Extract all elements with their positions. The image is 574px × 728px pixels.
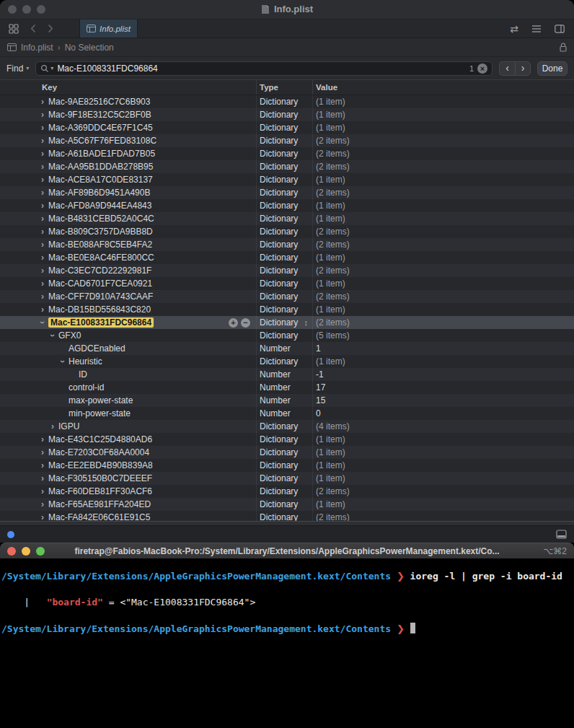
lock-icon	[560, 43, 567, 52]
terminal-content[interactable]: /System/Library/Extensions/AppleGraphics…	[0, 559, 574, 728]
navigate-forward-icon[interactable]	[48, 24, 53, 33]
plist-row[interactable]: › Mac-BE088AF8C5EB4FA2 Dictionary (2 ite…	[0, 238, 574, 251]
disclosure-triangle-icon[interactable]: ›	[37, 162, 48, 171]
find-mode-dropdown[interactable]: Find ▾	[6, 63, 29, 74]
swap-editors-icon[interactable]: ⇄	[510, 24, 518, 34]
related-items-grid-icon[interactable]	[9, 24, 19, 34]
disclosure-triangle-icon[interactable]: ›	[48, 330, 57, 341]
plist-row[interactable]: › Heuristic Dictionary (1 item)	[0, 355, 574, 368]
done-button[interactable]: Done	[537, 61, 568, 76]
tab-info-plist[interactable]: Info.plist	[79, 19, 138, 38]
breadcrumb-separator-icon: ›	[58, 43, 61, 53]
plist-row[interactable]: › AGDCEnabled Number 1	[0, 342, 574, 355]
disclosure-triangle-icon[interactable]: ›	[37, 175, 48, 184]
plist-row[interactable]: › Mac-F65AE981FFA204ED Dictionary (1 ite…	[0, 498, 574, 511]
close-button[interactable]	[8, 5, 17, 14]
search-field[interactable]: ▾ Mac-E1008331FDC96864 1 ×	[35, 61, 493, 76]
disclosure-triangle-icon[interactable]: ›	[37, 253, 48, 262]
plist-row[interactable]: › Mac-CFF7D910A743CAAF Dictionary (2 ite…	[0, 290, 574, 303]
add-editor-icon[interactable]	[555, 25, 565, 33]
plist-row[interactable]: › min-power-state Number 0	[0, 407, 574, 420]
plist-row[interactable]: › Mac-C3EC7CD22292981F Dictionary (2 ite…	[0, 264, 574, 277]
disclosure-triangle-icon[interactable]: ›	[37, 110, 48, 119]
disclosure-triangle-icon[interactable]: ›	[37, 266, 48, 275]
clear-search-button[interactable]: ×	[477, 63, 487, 74]
plist-row[interactable]: › Mac-A5C67F76FED83108C Dictionary (2 it…	[0, 134, 574, 147]
plist-row[interactable]: › Mac-BE0E8AC46FE800CC Dictionary (1 ite…	[0, 251, 574, 264]
breadcrumb-file[interactable]: Info.plist	[21, 43, 53, 53]
plist-row[interactable]: › Mac-B4831CEBD52A0C4C Dictionary (1 ite…	[0, 212, 574, 225]
next-match-button[interactable]: ›	[515, 61, 531, 76]
disclosure-triangle-icon[interactable]: ›	[37, 461, 48, 470]
value-label: (1 item)	[316, 460, 345, 470]
plist-row[interactable]: › Mac-F305150B0C7DEEEF Dictionary (1 ite…	[0, 472, 574, 485]
add-row-button[interactable]: +	[229, 318, 238, 328]
breadcrumb-selection[interactable]: No Selection	[65, 43, 114, 53]
disclosure-triangle-icon[interactable]: ›	[58, 356, 67, 367]
key-cell: › Mac-A5C67F76FED83108C	[0, 134, 257, 147]
minimize-button[interactable]	[22, 5, 31, 14]
search-input[interactable]: Mac-E1008331FDC96864	[57, 63, 466, 74]
type-cell: Dictionary	[257, 95, 313, 108]
plist-row[interactable]: › Mac-CAD6701F7CEA0921 Dictionary (1 ite…	[0, 277, 574, 290]
plist-row[interactable]: › Mac-DB15BD556843C820 Dictionary (1 ite…	[0, 303, 574, 316]
key-cell: › Mac-DB15BD556843C820	[0, 303, 257, 316]
search-options[interactable]: ▾	[40, 64, 53, 73]
tab-title: Info.plist	[100, 25, 131, 33]
disclosure-triangle-icon[interactable]: ›	[37, 240, 48, 249]
toggle-debug-area-icon[interactable]	[556, 530, 567, 539]
plist-row[interactable]: › Mac-A61BADE1FDAD7B05 Dictionary (2 ite…	[0, 147, 574, 160]
plist-row[interactable]: › Mac-E43C1C25D4880AD6 Dictionary (1 ite…	[0, 433, 574, 446]
type-stepper-icon[interactable]: ↕	[304, 318, 309, 327]
disclosure-triangle-icon[interactable]: ›	[37, 448, 48, 457]
plist-row[interactable]: › Mac-AA95B1DDAB278B95 Dictionary (2 ite…	[0, 160, 574, 173]
plist-row[interactable]: › ID Number -1	[0, 368, 574, 381]
disclosure-triangle-icon[interactable]: ›	[37, 292, 48, 301]
navigate-back-icon[interactable]	[30, 24, 36, 33]
plist-row[interactable]: › Mac-EE2EBD4B90B839A8 Dictionary (1 ite…	[0, 459, 574, 472]
disclosure-triangle-icon[interactable]: ›	[37, 214, 48, 223]
plist-row[interactable]: › Mac-FA842E06C61E91C5 Dictionary (2 ite…	[0, 511, 574, 521]
disclosure-triangle-icon[interactable]: ›	[37, 149, 48, 158]
value-label: (2 items)	[316, 291, 350, 302]
disclosure-triangle-icon[interactable]: ›	[37, 487, 48, 496]
zoom-button[interactable]	[37, 5, 45, 14]
plist-row[interactable]: › Mac-E7203C0F68AA0004 Dictionary (1 ite…	[0, 446, 574, 459]
disclosure-triangle-icon[interactable]: ›	[37, 227, 48, 236]
zoom-button[interactable]	[36, 547, 45, 556]
disclosure-triangle-icon[interactable]: ›	[37, 435, 48, 444]
close-button[interactable]	[7, 547, 16, 556]
disclosure-triangle-icon[interactable]: ›	[37, 500, 48, 509]
plist-row[interactable]: › Mac-F60DEB81FF30ACF6 Dictionary (2 ite…	[0, 485, 574, 498]
disclosure-triangle-icon[interactable]: ›	[37, 513, 48, 521]
plist-row[interactable]: › Mac-AFD8A9D944EA4843 Dictionary (1 ite…	[0, 199, 574, 212]
remove-row-button[interactable]: −	[241, 318, 250, 328]
value-cell: (4 items)	[313, 420, 574, 433]
disclosure-triangle-icon[interactable]: ›	[37, 201, 48, 210]
disclosure-triangle-icon[interactable]: ›	[48, 422, 58, 431]
disclosure-triangle-icon[interactable]: ›	[37, 97, 48, 106]
value-cell: (2 items)	[313, 290, 574, 303]
plist-row[interactable]: › IGPU Dictionary (4 items)	[0, 420, 574, 433]
plist-row[interactable]: › Mac-9F18E312C5C2BF0B Dictionary (1 ite…	[0, 108, 574, 121]
plist-row[interactable]: › max-power-state Number 15	[0, 394, 574, 407]
plist-row[interactable]: › GFX0 Dictionary (5 items)	[0, 329, 574, 342]
disclosure-triangle-icon[interactable]: ›	[37, 474, 48, 483]
previous-match-button[interactable]: ‹	[499, 61, 515, 76]
editor-options-icon[interactable]	[531, 25, 542, 33]
plist-row[interactable]: › Mac-ACE8A17C0DE83137 Dictionary (1 ite…	[0, 173, 574, 186]
plist-row[interactable]: › Mac-B809C3757DA9BB8D Dictionary (2 ite…	[0, 225, 574, 238]
key-label: Mac-AF89B6D9451A490B	[48, 188, 150, 198]
plist-row[interactable]: › control-id Number 17	[0, 381, 574, 394]
disclosure-triangle-icon[interactable]: ›	[37, 123, 48, 132]
minimize-button[interactable]	[22, 547, 30, 556]
plist-row[interactable]: › Mac-A369DDC4E67F1C45 Dictionary (1 ite…	[0, 121, 574, 134]
disclosure-triangle-icon[interactable]: ›	[37, 188, 48, 197]
plist-row[interactable]: › Mac-9AE82516C7C6B903 Dictionary (1 ite…	[0, 95, 574, 108]
disclosure-triangle-icon[interactable]: ›	[37, 136, 48, 145]
disclosure-triangle-icon[interactable]: ›	[37, 279, 48, 288]
disclosure-triangle-icon[interactable]: ›	[38, 317, 47, 328]
plist-row[interactable]: › Mac-E1008331FDC96864 + − Dictionary ↕ …	[0, 316, 574, 329]
plist-row[interactable]: › Mac-AF89B6D9451A490B Dictionary (2 ite…	[0, 186, 574, 199]
disclosure-triangle-icon[interactable]: ›	[37, 305, 48, 314]
